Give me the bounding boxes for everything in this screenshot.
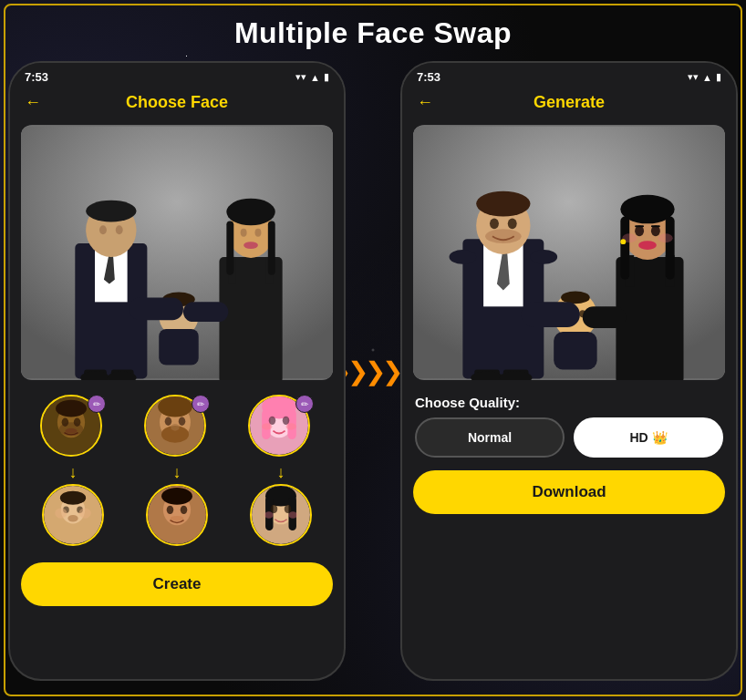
right-battery-icon: ▮ <box>716 71 721 83</box>
download-button[interactable]: Download <box>413 470 725 514</box>
svg-point-63 <box>262 423 272 430</box>
right-signal-icon: ▾▾ <box>688 71 699 83</box>
right-phone: 7:53 ▾▾ ▲ ▮ ← Generate <box>400 61 738 681</box>
svg-rect-22 <box>130 297 183 320</box>
svg-point-53 <box>167 506 174 514</box>
svg-rect-107 <box>554 332 596 370</box>
svg-point-70 <box>271 505 278 513</box>
svg-rect-92 <box>666 216 675 279</box>
target-face-1 <box>42 484 104 546</box>
right-wifi-icon: ▲ <box>702 72 712 83</box>
left-status-bar: 7:53 ▾▾ ▲ ▮ <box>10 63 344 88</box>
svg-point-47 <box>165 417 172 426</box>
target-face-3 <box>250 484 312 546</box>
svg-point-49 <box>171 424 179 431</box>
svg-rect-108 <box>522 302 580 327</box>
signal-icon: ▾▾ <box>295 71 306 83</box>
source-face-3-wrapper[interactable]: ✏ <box>248 395 314 460</box>
svg-point-41 <box>55 508 67 518</box>
left-phone: 7:53 ▾▾ ▲ ▮ ← Choose Face <box>8 61 346 681</box>
hd-quality-button[interactable]: HD 👑 <box>574 417 723 458</box>
svg-point-81 <box>490 218 499 229</box>
svg-point-34 <box>59 422 83 436</box>
svg-point-8 <box>116 225 123 234</box>
left-status-icons: ▾▾ ▲ ▮ <box>295 71 329 83</box>
svg-point-18 <box>243 242 258 249</box>
page-title: Multiple Face Swap <box>0 0 746 61</box>
face-selection-area: ✏ ↓ <box>10 386 344 555</box>
svg-point-61 <box>269 417 276 425</box>
down-arrow-1: ↓ <box>69 464 78 480</box>
down-arrow-3: ↓ <box>277 464 285 480</box>
svg-point-85 <box>530 250 557 264</box>
right-status-time: 7:53 <box>417 70 440 84</box>
left-main-image <box>21 125 333 380</box>
svg-point-55 <box>170 516 183 521</box>
svg-point-83 <box>485 229 522 243</box>
svg-point-80 <box>476 191 530 217</box>
svg-rect-91 <box>620 216 629 279</box>
right-back-button[interactable]: ← <box>417 93 433 112</box>
face-pair-1: ✏ ↓ <box>40 395 106 546</box>
svg-point-64 <box>286 423 296 430</box>
quality-label: Choose Quality: <box>415 395 723 410</box>
left-back-button[interactable]: ← <box>25 93 41 112</box>
svg-point-45 <box>158 396 192 417</box>
svg-point-40 <box>67 515 78 522</box>
right-status-icons: ▾▾ ▲ ▮ <box>688 71 721 83</box>
svg-point-73 <box>288 511 296 519</box>
svg-point-7 <box>99 225 107 234</box>
quality-section: Choose Quality: Normal HD 👑 <box>402 386 736 463</box>
down-arrow-2: ↓ <box>173 464 181 480</box>
edit-badge-2: ✏ <box>192 395 210 413</box>
normal-quality-button[interactable]: Normal <box>415 417 565 458</box>
edit-badge-3: ✏ <box>295 395 314 413</box>
svg-rect-96 <box>651 225 660 227</box>
quality-options: Normal HD 👑 <box>415 417 723 458</box>
left-phone-header: ← Choose Face <box>10 88 344 119</box>
svg-rect-109 <box>583 306 626 328</box>
svg-point-17 <box>255 229 262 237</box>
svg-point-13 <box>226 199 275 226</box>
right-status-bar: 7:53 ▾▾ ▲ ▮ <box>402 63 736 88</box>
svg-point-37 <box>60 491 86 505</box>
svg-point-54 <box>181 506 188 514</box>
source-face-2-wrapper[interactable]: ✏ <box>144 395 210 460</box>
svg-point-52 <box>161 488 192 505</box>
svg-point-30 <box>56 400 87 417</box>
svg-rect-21 <box>159 329 198 365</box>
svg-point-71 <box>285 505 292 513</box>
battery-icon: ▮ <box>324 71 329 83</box>
create-button[interactable]: Create <box>21 562 333 606</box>
svg-point-6 <box>86 201 136 222</box>
svg-point-99 <box>658 233 673 242</box>
svg-point-82 <box>508 218 517 229</box>
edit-badge-1: ✏ <box>88 395 106 413</box>
target-face-2 <box>146 484 208 546</box>
svg-point-62 <box>283 417 290 425</box>
svg-rect-95 <box>635 225 644 227</box>
right-main-image <box>413 125 725 380</box>
svg-rect-23 <box>183 302 228 322</box>
svg-point-84 <box>450 250 477 264</box>
transition-arrows: ❯❯❯❯❯ <box>346 356 400 386</box>
face-pair-2: ✏ ↓ <box>144 395 210 546</box>
right-phone-header: ← Generate <box>402 88 736 119</box>
phones-container: 7:53 ▾▾ ▲ ▮ ← Choose Face <box>0 61 746 681</box>
svg-point-42 <box>79 508 91 518</box>
svg-point-97 <box>638 241 657 250</box>
svg-point-100 <box>620 239 626 244</box>
right-header-title: Generate <box>534 93 605 112</box>
left-status-time: 7:53 <box>25 70 48 84</box>
svg-point-48 <box>179 417 186 426</box>
svg-point-102 <box>561 292 590 304</box>
svg-point-72 <box>264 511 273 519</box>
svg-rect-14 <box>226 221 233 274</box>
wifi-icon: ▲ <box>310 72 320 83</box>
left-header-title: Choose Face <box>126 93 228 112</box>
source-face-1-wrapper[interactable]: ✏ <box>40 395 106 460</box>
svg-rect-15 <box>268 221 275 274</box>
face-pairs: ✏ ↓ <box>21 395 333 546</box>
face-pair-3: ✏ ↓ <box>248 395 314 546</box>
svg-point-16 <box>241 229 247 237</box>
